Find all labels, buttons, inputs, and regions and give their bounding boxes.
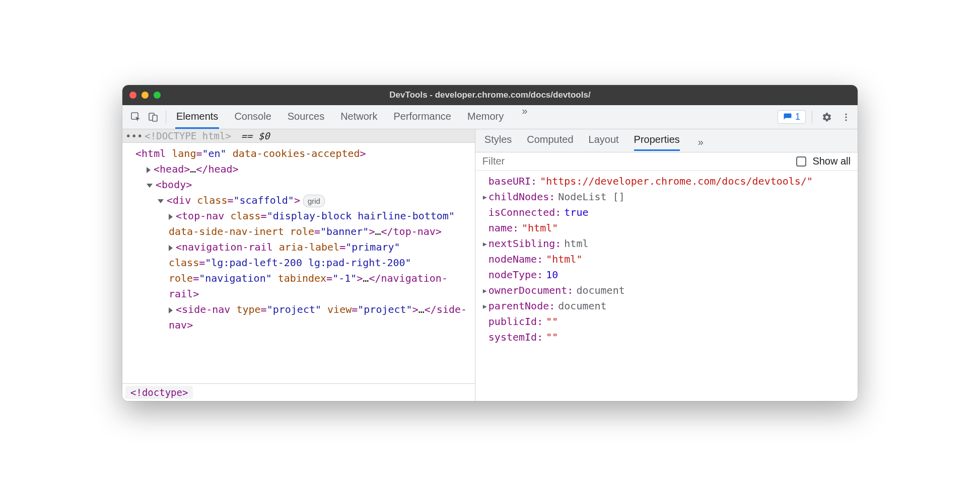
property-key: ownerDocument	[488, 283, 568, 298]
tab-elements[interactable]: Elements	[175, 105, 219, 129]
property-row[interactable]: baseURI: "https://developer.chrome.com/d…	[481, 174, 852, 189]
tab-sources[interactable]: Sources	[287, 105, 325, 129]
property-key: childNodes	[488, 189, 549, 205]
property-key: parentNode	[488, 298, 549, 314]
expand-arrow-icon[interactable]: ▸	[481, 283, 488, 298]
expand-arrow-icon[interactable]: ▸	[481, 189, 488, 205]
property-row[interactable]: systemId: ""	[481, 330, 852, 345]
property-value: document	[576, 283, 624, 298]
dom-node-top-nav[interactable]: <top-nav class="display-block hairline-b…	[124, 208, 471, 239]
dollar-zero-label: == $0	[241, 130, 269, 141]
tab-console[interactable]: Console	[233, 105, 272, 129]
property-row[interactable]: publicId: ""	[481, 314, 852, 330]
sidebar-tabs-overflow-icon[interactable]: »	[695, 136, 707, 148]
expand-arrow-icon[interactable]	[169, 245, 173, 251]
property-value: "https://developer.chrome.com/docs/devto…	[540, 174, 813, 189]
issues-badge[interactable]: 1	[778, 110, 806, 124]
property-key: nextSibling	[488, 236, 555, 252]
property-row[interactable]: nodeName: "html"	[481, 252, 852, 267]
breadcrumb-doctype[interactable]: <!doctype>	[125, 386, 193, 399]
property-key: isConnected	[488, 205, 555, 220]
main-toolbar: Elements Console Sources Network Perform…	[122, 105, 858, 129]
property-value: 10	[546, 267, 558, 283]
tab-performance[interactable]: Performance	[393, 105, 453, 129]
settings-icon[interactable]	[818, 109, 835, 126]
expand-arrow-icon[interactable]: ▸	[481, 236, 488, 252]
property-value: true	[564, 205, 588, 220]
property-row[interactable]: ▸ownerDocument: document	[481, 283, 852, 298]
expand-arrow-icon[interactable]	[169, 307, 173, 313]
minimize-button[interactable]	[142, 92, 149, 99]
tab-memory[interactable]: Memory	[466, 105, 505, 129]
traffic-lights	[129, 92, 161, 99]
dom-tree[interactable]: <html lang="en" data-cookies-accepted><h…	[122, 143, 475, 383]
property-row[interactable]: name: "html"	[481, 220, 852, 236]
property-value: NodeList []	[558, 189, 624, 205]
collapse-arrow-icon[interactable]	[158, 199, 164, 203]
svg-rect-2	[153, 115, 157, 121]
dom-node-body[interactable]: <body>	[124, 177, 471, 193]
property-key: systemId	[488, 330, 537, 345]
more-menu-icon[interactable]	[837, 109, 855, 126]
tab-properties[interactable]: Properties	[634, 134, 680, 151]
maximize-button[interactable]	[154, 92, 161, 99]
collapse-arrow-icon[interactable]	[147, 184, 153, 188]
selected-node-header[interactable]: ••• <!DOCTYPE html> == $0	[122, 129, 475, 143]
toolbar-divider	[812, 111, 812, 124]
ellipsis-icon: •••	[125, 130, 143, 141]
tab-styles[interactable]: Styles	[484, 134, 512, 151]
properties-list[interactable]: baseURI: "https://developer.chrome.com/d…	[475, 171, 858, 401]
property-value: html	[564, 236, 588, 252]
device-toggle-icon[interactable]	[145, 109, 162, 126]
selected-node-text: <!DOCTYPE html>	[145, 130, 231, 141]
svg-point-3	[845, 113, 847, 115]
property-value: document	[558, 298, 606, 314]
property-row[interactable]: ▸nextSibling: html	[481, 236, 852, 252]
property-row[interactable]: isConnected: true	[481, 205, 852, 220]
tab-network[interactable]: Network	[339, 105, 378, 129]
sidebar-pane: Styles Computed Layout Properties » Show…	[475, 129, 858, 401]
issues-count: 1	[795, 112, 800, 122]
breadcrumb-bar: <!doctype>	[122, 383, 475, 401]
property-key: publicId	[488, 314, 537, 330]
window-titlebar: DevTools - developer.chrome.com/docs/dev…	[122, 85, 858, 105]
dom-node-scaffold[interactable]: <div class="scaffold">grid	[124, 193, 471, 208]
panel-split: ••• <!DOCTYPE html> == $0 <html lang="en…	[122, 129, 858, 401]
property-value: "html"	[522, 220, 558, 236]
inspect-icon[interactable]	[127, 109, 145, 126]
expand-arrow-icon[interactable]	[169, 214, 173, 220]
dom-node-head[interactable]: <head>…</head>	[124, 161, 471, 177]
expand-arrow-icon[interactable]: ▸	[481, 298, 488, 314]
property-value: ""	[546, 314, 558, 330]
property-row[interactable]: nodeType: 10	[481, 267, 852, 283]
tab-layout[interactable]: Layout	[589, 134, 619, 151]
expand-arrow-icon[interactable]	[147, 167, 151, 173]
window-title: DevTools - developer.chrome.com/docs/dev…	[122, 90, 858, 100]
property-row[interactable]: ▸childNodes: NodeList []	[481, 189, 852, 205]
close-button[interactable]	[129, 92, 136, 99]
property-value: "html"	[546, 252, 582, 267]
elements-pane: ••• <!DOCTYPE html> == $0 <html lang="en…	[122, 129, 475, 401]
sidebar-tabs: Styles Computed Layout Properties »	[475, 129, 858, 152]
property-row[interactable]: ▸parentNode: document	[481, 298, 852, 314]
grid-badge[interactable]: grid	[303, 195, 325, 207]
toolbar-divider	[166, 111, 166, 124]
property-key: baseURI	[488, 174, 531, 189]
property-key: name	[488, 220, 513, 236]
tab-computed[interactable]: Computed	[527, 134, 573, 151]
devtools-window: DevTools - developer.chrome.com/docs/dev…	[122, 85, 858, 401]
dom-node-navigation-rail[interactable]: <navigation-rail aria-label="primary" cl…	[124, 239, 471, 302]
filter-input[interactable]	[482, 155, 791, 167]
tabs-overflow-icon[interactable]: »	[519, 105, 530, 129]
svg-point-5	[845, 119, 847, 121]
properties-filter-bar: Show all	[475, 152, 858, 171]
panel-tabs: Elements Console Sources Network Perform…	[170, 105, 530, 129]
show-all-label: Show all	[812, 155, 851, 167]
property-key: nodeName	[488, 252, 537, 267]
svg-point-4	[845, 116, 847, 118]
dom-node-html[interactable]: <html lang="en" data-cookies-accepted>	[124, 146, 471, 161]
show-all-checkbox[interactable]	[796, 156, 806, 167]
dom-node-side-nav[interactable]: <side-nav type="project" view="project">…	[124, 302, 471, 333]
property-value: ""	[546, 330, 558, 345]
property-key: nodeType	[488, 267, 537, 283]
